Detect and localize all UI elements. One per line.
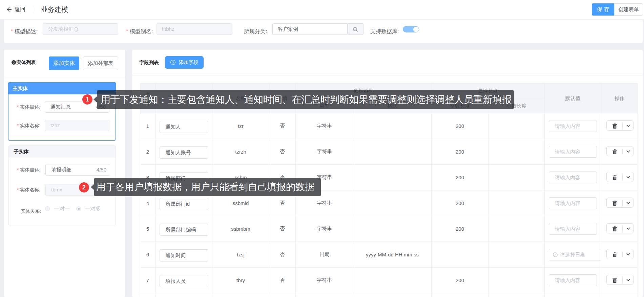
svg-text:?: ?	[13, 61, 15, 64]
svg-text:?: ?	[172, 61, 174, 64]
